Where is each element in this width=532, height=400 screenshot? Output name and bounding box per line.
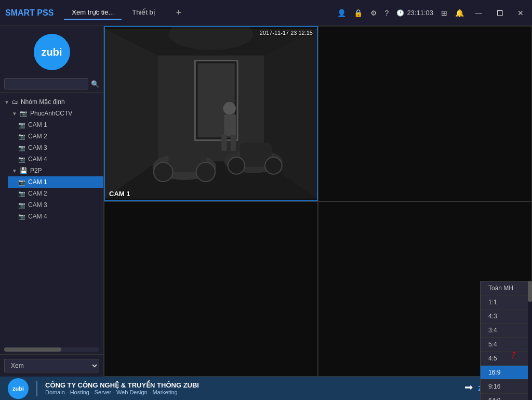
zubi-logo[interactable]: zubi xyxy=(34,34,70,70)
phuc-cam4-label: CAM 4 xyxy=(28,156,47,163)
search-input[interactable] xyxy=(4,78,88,89)
add-tab-button[interactable]: + xyxy=(174,5,184,21)
bell-icon[interactable]: 🔔 xyxy=(455,9,464,17)
phucanhcctv-header[interactable]: ▼ 📷 PhucAnhCCTV xyxy=(8,108,103,119)
tree: ▼ 🗂 Nhóm Mặc định ▼ 📷 PhucAnhCCTV 📷 CAM … xyxy=(0,93,103,345)
phuc-cam2-label: CAM 2 xyxy=(28,133,47,140)
content-wrapper: 2017-11-17 23 12:15 CAM 1 Toàn MH xyxy=(104,26,532,377)
clock-display: 🕐 23:11:03 xyxy=(396,9,433,17)
video-label-1: CAM 1 xyxy=(109,190,130,198)
subgroup-p2p: ▼ 💾 P2P 📷 CAM 1 📷 CAM 2 📷 CAM 3 xyxy=(0,165,103,222)
main-layout: zubi 🔍 ▼ 🗂 Nhóm Mặc định ▼ 📷 PhucAn xyxy=(0,26,532,377)
aspect-ratio-dropdown: Toàn MH 1:1 4:3 3:4 5:4 4:5 16:9 9:16 64… xyxy=(480,281,532,400)
dropdown-scrollbar[interactable] xyxy=(528,281,532,400)
p2p-cam1-label: CAM 1 xyxy=(28,178,47,186)
arrow-default: ▼ xyxy=(4,99,9,105)
sidebar-scrollbar xyxy=(0,345,103,354)
dropdown-item-3-4[interactable]: 3:4 xyxy=(481,324,531,338)
banner-services: Domain - Hosting - Server - Web Design -… xyxy=(45,389,457,395)
p2p-dvr-icon: 💾 xyxy=(20,167,28,174)
cam-feed-1 xyxy=(105,27,317,200)
svg-rect-17 xyxy=(224,115,236,136)
search-icon[interactable]: 🔍 xyxy=(91,80,99,88)
video-cell-2[interactable] xyxy=(318,26,532,201)
tree-group-default-header[interactable]: ▼ 🗂 Nhóm Mặc định xyxy=(0,96,103,108)
lock-icon[interactable]: 🔒 xyxy=(354,9,363,17)
video-cell-1[interactable]: 2017-11-17 23 12:15 CAM 1 xyxy=(104,26,318,201)
dropdown-item-9-16[interactable]: 9:16 xyxy=(481,380,531,394)
cam-icon: 📷 xyxy=(18,179,25,186)
svg-point-11 xyxy=(196,162,215,182)
video-cell-3[interactable] xyxy=(104,201,318,377)
titlebar-right: 👤 🔒 ⚙ ? 🕐 23:11:03 ⊞ 🔔 — ⧠ ✕ xyxy=(337,8,527,18)
svg-point-16 xyxy=(223,102,235,114)
tree-item-phuc-cam2[interactable]: 📷 CAM 2 xyxy=(8,131,103,142)
arrow-p2p: ▼ xyxy=(12,168,17,174)
titlebar: SMART PSS Xem trực tie... Thiết bị + 👤 🔒… xyxy=(0,0,532,26)
svg-rect-18 xyxy=(221,135,227,151)
sidebar-search: 🔍 xyxy=(0,75,103,93)
gear-icon[interactable]: ⚙ xyxy=(370,9,377,17)
nav-tabs: Xem trực tie... Thiết bị xyxy=(64,6,163,20)
banner-company: CÔNG TY CÔNG NGHỆ & TRUYỀN THÔNG ZUBI xyxy=(45,381,457,389)
tree-item-p2p-cam1[interactable]: 📷 CAM 1 xyxy=(8,176,103,188)
bottom-banner: zubi CÔNG TY CÔNG NGHỆ & TRUYỀN THÔNG ZU… xyxy=(0,377,532,400)
tab-device[interactable]: Thiết bị xyxy=(124,6,163,20)
dropdown-item-4-3[interactable]: 4:3 xyxy=(481,309,531,324)
maximize-button[interactable]: ⧠ xyxy=(493,8,507,18)
dropdown-item-16-9[interactable]: 16:9 xyxy=(481,366,531,380)
cam-icon: 📷 xyxy=(18,190,25,197)
tree-item-phuc-cam3[interactable]: 📷 CAM 3 xyxy=(8,142,103,153)
cam-icon: 📷 xyxy=(18,156,25,163)
p2p-cam2-label: CAM 2 xyxy=(28,190,47,197)
tree-item-phuc-cam4[interactable]: 📷 CAM 4 xyxy=(8,153,103,165)
subgroup-phucanhcctv: ▼ 📷 PhucAnhCCTV 📷 CAM 1 📷 CAM 2 📷 xyxy=(0,108,103,165)
banner-divider xyxy=(36,381,37,396)
svg-point-10 xyxy=(154,162,173,182)
tree-item-p2p-cam4[interactable]: 📷 CAM 4 xyxy=(8,211,103,222)
cam-icon: 📷 xyxy=(18,133,25,140)
tree-group-default: ▼ 🗂 Nhóm Mặc định ▼ 📷 PhucAnhCCTV 📷 CAM … xyxy=(0,96,103,222)
dropdown-item-fullscreen[interactable]: Toàn MH xyxy=(481,281,531,295)
dropdown-item-64-9[interactable]: 64:9 xyxy=(481,394,531,400)
view-select[interactable]: Xem Cấu hình Phát lại xyxy=(4,359,99,372)
banner-text: CÔNG TY CÔNG NGHỆ & TRUYỀN THÔNG ZUBI Do… xyxy=(45,381,457,395)
sidebar: zubi 🔍 ▼ 🗂 Nhóm Mặc định ▼ 📷 PhucAn xyxy=(0,26,104,377)
arrow-phucanhcctv: ▼ xyxy=(12,111,17,117)
group-icon: 🗂 xyxy=(12,98,18,106)
tree-item-phuc-cam1[interactable]: 📷 CAM 1 xyxy=(8,119,103,131)
content: 2017-11-17 23 12:15 CAM 1 xyxy=(104,26,532,377)
phuc-cam1-label: CAM 1 xyxy=(28,121,47,128)
minimize-button[interactable]: — xyxy=(472,8,485,18)
sidebar-bottom: Xem Cấu hình Phát lại xyxy=(0,354,103,377)
titlebar-left: SMART PSS Xem trực tie... Thiết bị + xyxy=(5,5,184,21)
p2p-cam3-label: CAM 3 xyxy=(28,201,47,209)
tab-live-view[interactable]: Xem trực tie... xyxy=(64,6,122,20)
tree-item-p2p-cam3[interactable]: 📷 CAM 3 xyxy=(8,199,103,211)
dropdown-item-5-4[interactable]: 5:4 xyxy=(481,338,531,352)
banner-logo: zubi xyxy=(8,378,29,399)
dropdown-item-1-1[interactable]: 1:1 xyxy=(481,295,531,309)
svg-point-15 xyxy=(265,157,282,174)
cursor-icon: ⮕ xyxy=(464,383,474,394)
group-default-label: Nhóm Mặc định xyxy=(21,98,65,106)
phuc-cam3-label: CAM 3 xyxy=(28,144,47,151)
close-button[interactable]: ✕ xyxy=(514,8,527,18)
dropdown-scroll-thumb[interactable] xyxy=(528,281,532,302)
app-title: SMART PSS xyxy=(5,8,54,18)
help-icon[interactable]: ? xyxy=(385,9,389,17)
dvr-icon: 📷 xyxy=(20,110,28,117)
cam-icon: 📷 xyxy=(18,122,25,128)
phucanhcctv-label: PhucAnhCCTV xyxy=(30,110,72,117)
zubi-logo-area: zubi xyxy=(0,26,103,75)
grid-icon[interactable]: ⊞ xyxy=(441,9,447,17)
scroll-thumb[interactable] xyxy=(4,347,61,352)
p2p-header[interactable]: ▼ 💾 P2P xyxy=(8,165,103,176)
tree-item-p2p-cam2[interactable]: 📷 CAM 2 xyxy=(8,188,103,199)
dropdown-item-4-5[interactable]: 4:5 xyxy=(481,352,531,366)
p2p-label: P2P xyxy=(30,167,42,174)
scroll-track[interactable] xyxy=(4,347,99,352)
svg-rect-19 xyxy=(231,135,236,151)
video-grid: 2017-11-17 23 12:15 CAM 1 xyxy=(104,26,532,377)
user-icon[interactable]: 👤 xyxy=(337,9,346,17)
